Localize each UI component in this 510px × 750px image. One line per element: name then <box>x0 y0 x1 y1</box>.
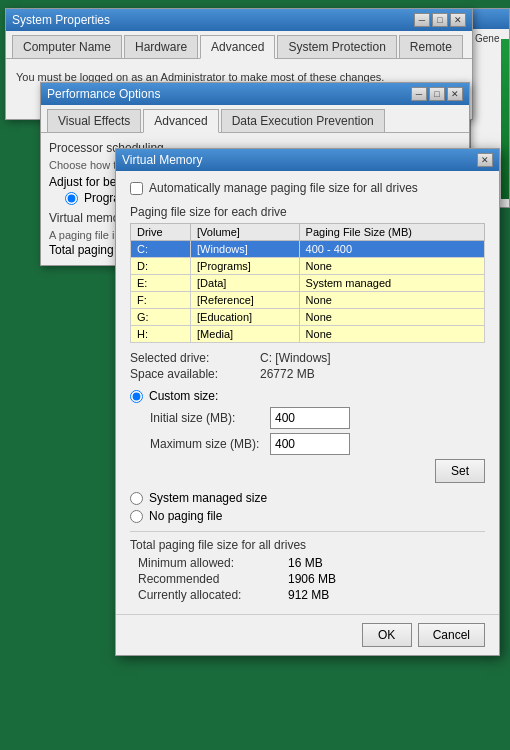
tab-dep[interactable]: Data Execution Prevention <box>221 109 385 132</box>
perf-maximize-button[interactable]: □ <box>429 87 445 101</box>
recommended-label: Recommended <box>138 572 288 586</box>
initial-size-input[interactable] <box>270 407 350 429</box>
tab-advanced[interactable]: Advanced <box>200 35 275 59</box>
custom-size-row: Custom size: <box>130 389 485 403</box>
tab-visual-effects[interactable]: Visual Effects <box>47 109 141 132</box>
perf-close-button[interactable]: ✕ <box>447 87 463 101</box>
min-allowed-label: Minimum allowed: <box>138 556 288 570</box>
selected-drive-value: C: [Windows] <box>260 351 331 365</box>
drive-row-e[interactable]: E: [Data] System managed <box>131 275 485 292</box>
perf-options-tabs: Visual Effects Advanced Data Execution P… <box>41 105 469 133</box>
virtual-memory-window: Virtual Memory ✕ Automatically manage pa… <box>115 148 500 656</box>
green-accent-bar <box>501 39 509 199</box>
col-volume: [Volume] <box>191 224 300 241</box>
drive-c-letter: C: <box>131 241 191 258</box>
drive-g-volume: [Education] <box>191 309 300 326</box>
tab-computer-name[interactable]: Computer Name <box>12 35 122 58</box>
set-button[interactable]: Set <box>435 459 485 483</box>
drive-row-h[interactable]: H: [Media] None <box>131 326 485 343</box>
drive-d-size: None <box>299 258 484 275</box>
currently-allocated-value: 912 MB <box>288 588 329 602</box>
currently-allocated-row: Currently allocated: 912 MB <box>138 588 485 602</box>
drive-row-g[interactable]: G: [Education] None <box>131 309 485 326</box>
col-drive: Drive <box>131 224 191 241</box>
drives-table: Drive [Volume] Paging File Size (MB) C: … <box>130 223 485 343</box>
cancel-button[interactable]: Cancel <box>418 623 485 647</box>
vm-close-button[interactable]: ✕ <box>477 153 493 167</box>
system-managed-label: System managed size <box>149 491 267 505</box>
section-divider <box>130 531 485 532</box>
system-managed-radio[interactable] <box>130 492 143 505</box>
drive-e-letter: E: <box>131 275 191 292</box>
vm-dialog-footer: OK Cancel <box>116 614 499 655</box>
vm-titlebar-controls: ✕ <box>477 153 493 167</box>
drive-c-size: 400 - 400 <box>299 241 484 258</box>
programs-radio[interactable] <box>65 192 78 205</box>
drive-row-c[interactable]: C: [Windows] 400 - 400 <box>131 241 485 258</box>
system-props-title: System Properties <box>12 13 110 27</box>
recommended-value: 1906 MB <box>288 572 336 586</box>
selected-drive-label: Selected drive: <box>130 351 260 365</box>
vm-title: Virtual Memory <box>122 153 202 167</box>
drive-row-f[interactable]: F: [Reference] None <box>131 292 485 309</box>
drive-h-volume: [Media] <box>191 326 300 343</box>
drive-c-volume: [Windows] <box>191 241 300 258</box>
drives-table-header-row: Drive [Volume] Paging File Size (MB) <box>131 224 485 241</box>
perf-options-titlebar: Performance Options ─ □ ✕ <box>41 83 469 105</box>
recommended-row: Recommended 1906 MB <box>138 572 485 586</box>
initial-size-row: Initial size (MB): <box>150 407 485 429</box>
system-props-tabs: Computer Name Hardware Advanced System P… <box>6 31 472 59</box>
col-paging-size: Paging File Size (MB) <box>299 224 484 241</box>
drive-e-size: System managed <box>299 275 484 292</box>
auto-manage-row: Automatically manage paging file size fo… <box>130 181 485 195</box>
system-props-titlebar: System Properties ─ □ ✕ <box>6 9 472 31</box>
maximum-size-row: Maximum size (MB): <box>150 433 485 455</box>
space-available-value: 26772 MB <box>260 367 315 381</box>
tab-remote[interactable]: Remote <box>399 35 463 58</box>
auto-manage-checkbox[interactable] <box>130 182 143 195</box>
drive-h-size: None <box>299 326 484 343</box>
perf-minimize-button[interactable]: ─ <box>411 87 427 101</box>
maximum-size-label: Maximum size (MB): <box>150 437 270 451</box>
system-managed-row: System managed size <box>130 491 485 505</box>
min-allowed-row: Minimum allowed: 16 MB <box>138 556 485 570</box>
minimize-button[interactable]: ─ <box>414 13 430 27</box>
drive-d-letter: D: <box>131 258 191 275</box>
total-section-title: Total paging file size for all drives <box>130 538 485 552</box>
drive-e-volume: [Data] <box>191 275 300 292</box>
drives-table-body: C: [Windows] 400 - 400 D: [Programs] Non… <box>131 241 485 343</box>
perf-options-title: Performance Options <box>47 87 160 101</box>
selected-drive-row: Selected drive: C: [Windows] <box>130 351 485 365</box>
ok-button[interactable]: OK <box>362 623 412 647</box>
maximize-button[interactable]: □ <box>432 13 448 27</box>
custom-size-label: Custom size: <box>149 389 218 403</box>
custom-size-radio[interactable] <box>130 390 143 403</box>
perf-titlebar-controls: ─ □ ✕ <box>411 87 463 101</box>
partial-titlebar <box>471 9 509 29</box>
drive-d-volume: [Programs] <box>191 258 300 275</box>
maximum-size-input[interactable] <box>270 433 350 455</box>
auto-manage-label: Automatically manage paging file size fo… <box>149 181 418 195</box>
space-available-label: Space available: <box>130 367 260 381</box>
tab-perf-advanced[interactable]: Advanced <box>143 109 218 133</box>
drives-table-header: Drive [Volume] Paging File Size (MB) <box>131 224 485 241</box>
drive-g-letter: G: <box>131 309 191 326</box>
min-allowed-value: 16 MB <box>288 556 323 570</box>
titlebar-controls: ─ □ ✕ <box>414 13 466 27</box>
no-paging-radio[interactable] <box>130 510 143 523</box>
close-button[interactable]: ✕ <box>450 13 466 27</box>
set-btn-row: Set <box>130 459 485 483</box>
vm-content: Automatically manage paging file size fo… <box>116 171 499 614</box>
no-paging-label: No paging file <box>149 509 222 523</box>
currently-allocated-label: Currently allocated: <box>138 588 288 602</box>
drive-f-letter: F: <box>131 292 191 309</box>
drive-f-size: None <box>299 292 484 309</box>
tab-system-protection[interactable]: System Protection <box>277 35 396 58</box>
tab-hardware[interactable]: Hardware <box>124 35 198 58</box>
space-available-row: Space available: 26772 MB <box>130 367 485 381</box>
paging-options-section: Custom size: Initial size (MB): Maximum … <box>130 389 485 523</box>
drive-f-volume: [Reference] <box>191 292 300 309</box>
drive-row-d[interactable]: D: [Programs] None <box>131 258 485 275</box>
initial-size-label: Initial size (MB): <box>150 411 270 425</box>
no-paging-row: No paging file <box>130 509 485 523</box>
